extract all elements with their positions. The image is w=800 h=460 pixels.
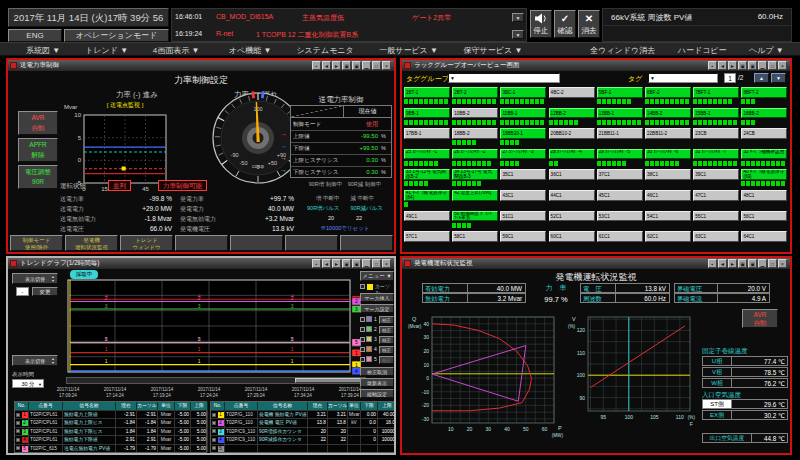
rack-cell[interactable]: 1BT-1	[404, 87, 450, 98]
rack-cell[interactable]: 60C1	[549, 231, 595, 242]
latest-view-button[interactable]: 最新表示	[360, 378, 394, 387]
menu-item-1[interactable]: 系統図 ▼	[26, 45, 60, 56]
pen-visible-checkbox[interactable]	[360, 327, 365, 332]
pen-visible-checkbox[interactable]	[360, 337, 365, 342]
rack-cell[interactable]: 64C1	[741, 231, 787, 242]
pen-row-selector[interactable]: 4	[15, 435, 29, 443]
rack-cell[interactable]: 46C1	[645, 190, 691, 201]
rack-cell[interactable]: 29 ｽﾃｰｼｮﾝﾀｸﾞ-5	[597, 149, 643, 160]
pen-row-selector[interactable]: 4	[211, 435, 225, 443]
calibrate-cancel-button[interactable]: 校正取消	[360, 367, 394, 376]
pf-bottom-button-6[interactable]	[285, 235, 338, 251]
pen-checkbox[interactable]	[212, 429, 216, 433]
rack-cell[interactable]: 5BF-1	[597, 87, 643, 98]
rack-cell[interactable]: 14BB-2	[645, 108, 691, 119]
rack-cell[interactable]: 9BB-1	[404, 108, 450, 119]
page-up-button[interactable]: ▲	[754, 73, 769, 83]
tag-dropdown[interactable]: ▼	[648, 73, 718, 83]
vertical-axis-button[interactable]: 縦軸設定	[360, 389, 394, 398]
rack-cell[interactable]: 59C1	[500, 231, 546, 242]
window-forward-button[interactable]: ►	[332, 259, 341, 268]
window-menu-button[interactable]: ▪	[312, 259, 321, 268]
rack-cell[interactable]: 61C1	[597, 231, 643, 242]
rack-cell[interactable]: 18BB-2	[452, 128, 498, 139]
rack-cell[interactable]: 50 制御関係 ｸﾞﾗﾝﾄﾞﾂｰﾙ車系	[452, 211, 498, 222]
window-titlebar[interactable]: 送電力率制御▪◄►▣▣▁□×	[8, 60, 394, 71]
rack-cell[interactable]: 33 1号-12号 電気関係B-2	[404, 169, 450, 180]
rack-cell[interactable]: 31 ｽﾃｰｼｮﾝﾀｸﾞ-7	[693, 149, 739, 160]
trend-scrollbar[interactable]	[66, 377, 366, 384]
window-forward-button[interactable]: ►	[728, 61, 737, 70]
window-tile2-button[interactable]: ▣	[352, 61, 361, 70]
clear-alarm-button[interactable]: ✕消去	[578, 10, 600, 38]
pf-side-button-1[interactable]: AVR自動	[18, 111, 58, 135]
rack-cell[interactable]: 58C1	[452, 231, 498, 242]
pf-side-button-3[interactable]: 電圧調整90R	[18, 165, 58, 189]
rack-cell[interactable]: 8BFT-2	[741, 87, 787, 98]
pen-calibrate-button[interactable]: 校正	[379, 346, 394, 354]
rack-cell[interactable]: 12BB-2	[549, 108, 595, 119]
rack-cell[interactable]: 56C1	[741, 211, 787, 222]
window-close-button[interactable]: ×	[382, 61, 391, 70]
window-titlebar[interactable]: ラックグループオーバービュー画面▪◄►▣▣▁□×	[402, 60, 790, 71]
ack-alarm-button[interactable]: ✓確認	[554, 10, 576, 38]
rack-cell[interactable]: 11BB-1	[500, 108, 546, 119]
menu-right-item-2[interactable]: 全ウィンドウ消去	[590, 45, 655, 56]
rack-cell[interactable]: 52C1	[549, 211, 595, 222]
pen-checkbox[interactable]	[16, 413, 20, 417]
marker-set-button[interactable]: マーカ設定	[360, 304, 394, 313]
window-maximize-button[interactable]: □	[768, 259, 777, 268]
rack-cell[interactable]: 3BC-1	[500, 87, 546, 98]
pen-row-selector[interactable]: 3	[15, 427, 29, 435]
rack-cell[interactable]: 43C1	[500, 190, 546, 201]
window-minimize-button[interactable]: ▁	[758, 61, 767, 70]
rack-cell[interactable]: 15BB-1	[693, 108, 739, 119]
rack-cell[interactable]: 40 ﾀｰﾋﾞﾝ継電器保守(69)	[741, 169, 787, 180]
window-maximize-button[interactable]: □	[372, 61, 381, 70]
window-menu-button[interactable]: ▪	[708, 61, 717, 70]
rack-cell[interactable]: 32 ﾀｰﾋﾞﾝ補機確認用	[741, 149, 787, 160]
pf-bottom-button-5[interactable]	[230, 235, 283, 251]
display-time-select[interactable]: 30 分▼	[12, 379, 44, 388]
rack-cell[interactable]: 51C1	[500, 211, 546, 222]
pen-row-selector[interactable]: 1	[211, 410, 225, 418]
pen-row-selector[interactable]: 1	[15, 410, 29, 418]
menu-item-4[interactable]: オペ機能 ▼	[229, 45, 272, 56]
window-tile2-button[interactable]: ▣	[352, 259, 361, 268]
rack-cell[interactable]: 20BB10-2	[549, 128, 595, 139]
rack-cell[interactable]: 21BB11-1	[597, 128, 643, 139]
window-back-button[interactable]: ◄	[322, 259, 331, 268]
rack-cell[interactable]: 10BB-2	[452, 108, 498, 119]
rack-cell[interactable]: 30 ｽﾃｰｼｮﾝﾀｸﾞ-6	[645, 149, 691, 160]
window-menu-button[interactable]: ▪	[312, 61, 321, 70]
window-tile-button[interactable]: ▣	[342, 61, 351, 70]
pf-bottom-button-3[interactable]: トレンドウィンドウ	[120, 235, 173, 251]
window-tile2-button[interactable]: ▣	[748, 259, 757, 268]
window-back-button[interactable]: ◄	[322, 61, 331, 70]
window-close-button[interactable]: ×	[382, 259, 391, 268]
rack-cell[interactable]: 19BB10-1	[500, 128, 546, 139]
trend-scrollbar-thumb[interactable]	[295, 378, 363, 383]
pen-row-selector[interactable]: 5	[15, 444, 29, 452]
window-maximize-button[interactable]: □	[372, 259, 381, 268]
rack-cell[interactable]: 13BB-1	[597, 108, 643, 119]
rack-cell[interactable]: 26 ｽﾃｰｼｮﾝﾀｸﾞ-2	[452, 149, 498, 160]
scale-change-button[interactable]: 変更	[32, 287, 58, 296]
window-close-button[interactable]: ×	[778, 259, 787, 268]
rack-cell[interactable]: 23CB	[693, 128, 739, 139]
window-minimize-button[interactable]: ▁	[362, 61, 371, 70]
trend-chart[interactable]: 111122223333444455551111222234	[66, 279, 366, 375]
rack-cell[interactable]: 62C1	[645, 231, 691, 242]
pen-calibrate-button[interactable]: 校正	[379, 336, 394, 344]
page-down-button[interactable]: ▼	[771, 73, 786, 83]
rack-cell[interactable]: 47C1	[693, 190, 739, 201]
window-minimize-button[interactable]: ▁	[362, 259, 371, 268]
window-back-button[interactable]: ◄	[718, 61, 727, 70]
pen-calibrate-button[interactable]: 校正	[379, 326, 394, 334]
menu-item-6[interactable]: 一般サービス ▼	[379, 45, 438, 56]
pen-checkbox[interactable]	[212, 438, 216, 442]
window-titlebar[interactable]: 発電機運転状況監視▪◄►▣▣▁□×	[402, 258, 790, 269]
window-tile2-button[interactable]: ▣	[748, 61, 757, 70]
pen-row-selector[interactable]: 3	[211, 427, 225, 435]
window-maximize-button[interactable]: □	[768, 61, 777, 70]
